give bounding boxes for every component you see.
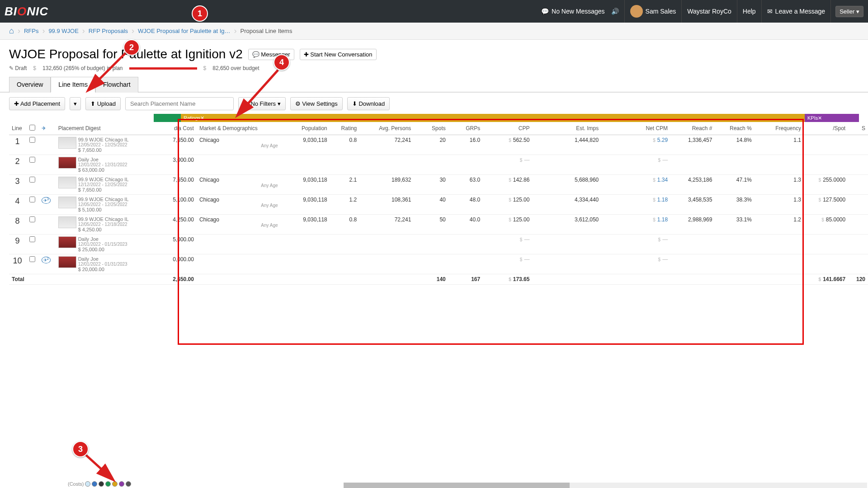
tab-flowchart[interactable]: Flowchart (95, 77, 138, 93)
row-checkbox[interactable] (29, 177, 35, 183)
table-row[interactable]: 10✈2Daily Joe12/01/2022 - 01/31/2023$ 20… (9, 254, 868, 274)
placement-digest[interactable]: Daily Joe12/01/2022 - 01/31/2023$ 20,000… (56, 254, 167, 274)
row-pin[interactable] (39, 155, 56, 175)
row-checkbox[interactable] (29, 256, 35, 262)
row-pin[interactable] (39, 135, 56, 155)
col-pin[interactable]: ✈ (39, 122, 56, 135)
col-avg-persons[interactable]: Avg. Persons (359, 122, 414, 135)
tab-overview[interactable]: Overview (9, 77, 51, 93)
col-rating[interactable]: Rating (330, 122, 360, 135)
col-net-cpm[interactable]: Net CPM (601, 122, 670, 135)
horizontal-scrollbar[interactable] (344, 483, 867, 488)
table-row[interactable]: 399.9 WJOE Chicago IL12/12/2022 - 12/25/… (9, 175, 868, 195)
breadcrumb-proposal[interactable]: WJOE Proposal for Paulette at Ig… (138, 28, 230, 34)
upload-label: Upload (97, 100, 116, 107)
cell-per-spot (804, 235, 848, 254)
row-pin[interactable] (39, 215, 56, 235)
search-input[interactable] (125, 97, 234, 110)
col-cpp[interactable]: CPP (483, 122, 532, 135)
legend-dot[interactable] (126, 481, 131, 487)
cell-per-spot: $255.0000 (804, 175, 848, 195)
table-row[interactable]: 9Daily Joe12/01/2022 - 01/15/2023$ 25,00… (9, 235, 868, 254)
table-row[interactable]: 4✈399.9 WJOE Chicago IL12/05/2022 - 12/2… (9, 195, 868, 215)
col-select-all[interactable] (26, 122, 38, 135)
cell-market (197, 155, 281, 175)
col-per-spot[interactable]: /Spot (804, 122, 848, 135)
placement-digest[interactable]: 99.9 WJOE Chicago IL12/05/2022 - 12/18/2… (56, 215, 167, 235)
row-checkbox[interactable] (29, 137, 35, 143)
col-media-cost[interactable]: dia Cost (167, 122, 197, 135)
add-placement-caret[interactable]: ▾ (70, 97, 81, 110)
start-conversation-button[interactable]: ✚ Start New Conversation (300, 49, 377, 60)
row-checkbox[interactable] (29, 197, 35, 202)
download-label: Download (359, 100, 385, 107)
cell-reach-n: 2,988,969 (670, 215, 715, 235)
leave-message-label: Leave a Message (775, 8, 826, 15)
row-checkbox[interactable] (29, 157, 35, 163)
help-button[interactable]: Help (737, 0, 762, 23)
table-row[interactable]: 2Daily Joe12/01/2022 - 12/31/2022$ 63,00… (9, 155, 868, 175)
col-digest[interactable]: Placement Digest (56, 122, 167, 135)
table-row[interactable]: 199.9 WJOE Chicago IL12/05/2022 - 12/25/… (9, 135, 868, 155)
col-reach-p[interactable]: Reach % (715, 122, 754, 135)
col-last[interactable]: S (848, 122, 868, 135)
legend-dot[interactable] (92, 481, 97, 487)
seller-dropdown[interactable]: Seller ▾ (835, 6, 863, 17)
row-pin[interactable] (39, 175, 56, 195)
tab-line-items[interactable]: Line Items (51, 77, 95, 93)
placement-digest[interactable]: 99.9 WJOE Chicago IL12/12/2022 - 12/25/2… (56, 175, 167, 195)
cell-frequency: 1.3 (755, 175, 804, 195)
col-est-imps[interactable]: Est. Imps (532, 122, 601, 135)
add-placement-button[interactable]: ✚ Add Placement (9, 97, 65, 110)
total-spots: 140 (414, 274, 448, 285)
row-pin[interactable]: ✈3 (39, 195, 56, 215)
legend-dot[interactable] (119, 481, 124, 487)
filters-button[interactable]: ▼ No Filters ▾ (238, 97, 286, 110)
cell-reach-p: 33.1% (715, 215, 754, 235)
leave-message-button[interactable]: ✉ Leave a Message (762, 0, 831, 23)
cell-net-cpm: $1.34 (601, 175, 670, 195)
breadcrumb-proposals[interactable]: RFP Proposals (89, 28, 128, 34)
placement-digest[interactable]: 99.9 WJOE Chicago IL12/05/2022 - 12/25/2… (56, 195, 167, 215)
legend-dot[interactable] (85, 481, 90, 487)
row-pin[interactable]: ✈2 (39, 254, 56, 274)
messages-button[interactable]: 💬 No New Messages 🔊 (536, 0, 625, 23)
cell-population: 9,030,118 (281, 175, 330, 195)
cell-reach-p: 38.3% (715, 195, 754, 215)
select-all-checkbox[interactable] (29, 125, 35, 131)
group-ratings[interactable]: Ratings ✕ (181, 114, 805, 122)
logo[interactable]: BIONIC (5, 5, 48, 19)
org-menu[interactable]: Waystar RoyCo (682, 0, 737, 23)
user-menu[interactable]: Sam Sales (625, 0, 682, 23)
row-checkbox[interactable] (29, 216, 35, 222)
col-grps[interactable]: GRPs (448, 122, 483, 135)
view-settings-button[interactable]: ⚙ View Settings (290, 97, 343, 110)
cell-media-cost: 3,000.00 (167, 155, 197, 175)
legend-dot[interactable] (112, 481, 118, 487)
placement-digest[interactable]: 99.9 WJOE Chicago IL12/05/2022 - 12/25/2… (56, 135, 167, 155)
legend-dot[interactable] (105, 481, 111, 487)
col-population[interactable]: Population (281, 122, 330, 135)
close-icon[interactable]: ✕ (818, 115, 822, 121)
placement-digest[interactable]: Daily Joe12/01/2022 - 12/31/2022$ 63,000… (56, 155, 167, 175)
legend-dot[interactable] (99, 481, 104, 487)
download-button[interactable]: ⬇ Download (347, 97, 390, 110)
row-pin[interactable] (39, 235, 56, 254)
upload-button[interactable]: ⬆ Upload (85, 97, 121, 110)
close-icon[interactable]: ✕ (200, 115, 204, 121)
row-checkbox[interactable] (29, 236, 35, 242)
scrollbar-thumb[interactable] (344, 483, 570, 488)
cell-grps (448, 254, 483, 274)
cell-frequency: 1.1 (755, 135, 804, 155)
col-frequency[interactable]: Frequency (755, 122, 804, 135)
col-reach-n[interactable]: Reach # (670, 122, 715, 135)
group-kpis[interactable]: KPIs ✕ (805, 114, 859, 122)
breadcrumb-rfps[interactable]: RFPs (24, 28, 39, 34)
col-market[interactable]: Market & Demographics (197, 122, 281, 135)
table-row[interactable]: 899.9 WJOE Chicago IL12/05/2022 - 12/18/… (9, 215, 868, 235)
col-spots[interactable]: Spots (414, 122, 448, 135)
placement-digest[interactable]: Daily Joe12/01/2022 - 01/15/2023$ 25,000… (56, 235, 167, 254)
col-line[interactable]: Line (9, 122, 26, 135)
home-icon[interactable]: ⌂ (9, 26, 14, 36)
breadcrumb-station[interactable]: 99.9 WJOE (48, 28, 78, 34)
